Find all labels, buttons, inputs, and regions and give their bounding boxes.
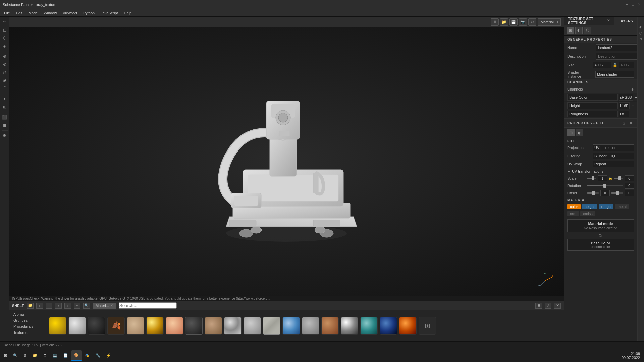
tab-layers[interactable]: LAYERS [614, 17, 637, 25]
scale-value[interactable]: 1 [598, 175, 607, 181]
folder-btn[interactable]: 📁 [500, 18, 508, 26]
scale-slider-track[interactable] [587, 178, 596, 179]
taskbar-start[interactable]: ⊞ [1, 350, 10, 361]
close-btn[interactable]: ✕ [637, 2, 641, 7]
tool-11[interactable]: ⊞ [1, 103, 8, 111]
tool-8[interactable]: ◉ [1, 77, 8, 84]
uv-header[interactable]: ▼ UV transformations [564, 168, 637, 175]
channel-format-base-color[interactable]: sRGB8 [619, 94, 633, 101]
tab-close-texture[interactable]: ✕ [607, 19, 610, 22]
scale-slider2[interactable]: 0 [614, 175, 634, 181]
menu-mode[interactable]: Mode [26, 10, 41, 16]
tool-13[interactable]: ◼ [1, 122, 8, 129]
strip-icon-2[interactable]: ◐ [638, 24, 644, 29]
shelf-item[interactable] [244, 317, 261, 335]
settings-btn[interactable]: ⚙ [528, 18, 536, 26]
menu-viewport[interactable]: Viewport [60, 10, 80, 16]
scale-slider[interactable]: 1 [587, 175, 607, 181]
scale-slider-track2[interactable] [614, 178, 623, 179]
shelf-tab-materials[interactable]: Materi... ✕ [93, 303, 116, 309]
shelf-item[interactable] [205, 317, 222, 335]
shelf-folder-btn[interactable]: 📁 [27, 303, 34, 309]
taskbar-task-view[interactable]: ⧉ [21, 350, 29, 361]
size-linked-input[interactable] [619, 62, 634, 68]
panel-icon-shader[interactable]: ◐ [575, 27, 583, 34]
tool-6[interactable]: ⊙ [1, 61, 8, 68]
save-btn[interactable]: 💾 [509, 18, 518, 26]
projection-dropdown[interactable]: UV projection [593, 144, 634, 151]
shelf-item[interactable] [68, 317, 86, 335]
taskbar-app-1[interactable]: ⚙ [41, 350, 49, 361]
maximize-btn[interactable]: □ [631, 2, 635, 7]
shelf-item[interactable] [146, 317, 164, 335]
fill-action-close[interactable]: ✕ [628, 120, 634, 126]
fill-icon-texture[interactable]: ⊞ [567, 129, 575, 136]
menu-python[interactable]: Python [80, 10, 97, 16]
offset-slider[interactable]: 0 [587, 190, 610, 196]
rotation-slider-track[interactable] [587, 185, 623, 186]
shelf-item[interactable] [263, 317, 280, 335]
tool-5[interactable]: ⊕ [1, 53, 8, 60]
tool-12[interactable]: ⬛ [1, 114, 8, 121]
offset-slider-track2[interactable] [611, 192, 623, 194]
panel-icon-mesh[interactable]: ⬡ [584, 27, 591, 34]
shelf-item[interactable] [166, 317, 183, 335]
shelf-item[interactable] [341, 317, 358, 335]
camera-btn[interactable]: 📷 [519, 18, 527, 26]
taskbar-app-5[interactable]: 🎭 [82, 350, 92, 361]
channel-remove-height[interactable]: − [632, 103, 634, 108]
fill-action-copy[interactable]: ⎘ [621, 120, 627, 126]
tool-3[interactable]: ⬡ [1, 34, 8, 42]
shelf-item[interactable] [127, 317, 144, 335]
shelf-cat-grunges[interactable]: Grunges [9, 317, 46, 323]
shelf-item[interactable] [399, 317, 417, 335]
shelf-cat-textures[interactable]: Textures [9, 329, 46, 336]
channel-remove-roughness[interactable]: − [631, 111, 634, 117]
taskbar-search[interactable]: 🔍 [10, 350, 20, 361]
taskbar-app-3[interactable]: 📄 [61, 350, 71, 361]
taskbar-substance-painter[interactable]: 🎨 [71, 350, 82, 361]
size-dropdown[interactable]: 4096 2048 1024 512 [593, 62, 611, 68]
description-input[interactable] [596, 53, 637, 60]
shelf-item[interactable] [302, 317, 319, 335]
offset-value[interactable]: 0 [600, 190, 610, 196]
offset-slider2[interactable]: 0 [611, 190, 634, 196]
channel-name-base-color[interactable] [567, 94, 618, 101]
rotation-value[interactable]: 0 [625, 183, 634, 189]
channel-remove-base-color[interactable]: − [635, 95, 637, 100]
channel-name-roughness[interactable] [567, 111, 618, 117]
fill-icon-sphere[interactable]: ◐ [576, 129, 583, 136]
channels-add-btn[interactable]: + [631, 86, 634, 92]
rotation-slider[interactable]: 0 [587, 183, 634, 189]
chip-nrm[interactable]: nrm [567, 211, 579, 216]
shelf-item-grid[interactable]: ⊞ [419, 317, 436, 335]
shelf-item[interactable] [282, 317, 300, 335]
size-lock-icon[interactable]: 🔒 [613, 63, 618, 67]
shelf-cat-alphas[interactable]: Alphas [9, 311, 46, 317]
strip-icon-4[interactable]: ⚙ [638, 36, 644, 42]
uvwrap-dropdown[interactable]: Repeat [593, 161, 634, 167]
shelf-item[interactable] [185, 317, 203, 335]
name-input[interactable] [596, 44, 637, 51]
tool-9[interactable]: ⌒ [1, 85, 8, 92]
panel-icon-texture[interactable]: ⊞ [567, 27, 574, 34]
chip-height[interactable]: height [582, 204, 597, 209]
tool-paint[interactable]: ✏ [1, 18, 8, 25]
tool-4[interactable]: ◈ [1, 42, 8, 50]
shelf-remove-btn[interactable]: - [46, 303, 52, 309]
shelf-search-input[interactable] [119, 302, 177, 309]
shelf-item[interactable] [321, 317, 339, 335]
channel-name-height[interactable] [567, 102, 618, 109]
shelf-export-btn[interactable]: ↓ [64, 303, 71, 309]
offset-value2[interactable]: 0 [625, 190, 634, 196]
menu-javascript[interactable]: JavaScript [98, 10, 120, 16]
shelf-item[interactable] [380, 317, 397, 335]
shelf-filter-btn[interactable]: ▿ [74, 303, 80, 309]
menu-help[interactable]: Help [121, 10, 135, 16]
strip-icon-3[interactable]: ⬡ [638, 30, 644, 36]
tab-texture-set-settings[interactable]: TEXTURE SET SETTINGS ✕ [564, 17, 614, 25]
tool-10[interactable]: ✦ [1, 95, 8, 103]
taskbar-app-2[interactable]: 💻 [50, 350, 60, 361]
taskbar-app-6[interactable]: 🔧 [93, 350, 103, 361]
shader-dropdown[interactable]: Main shader [595, 71, 634, 78]
